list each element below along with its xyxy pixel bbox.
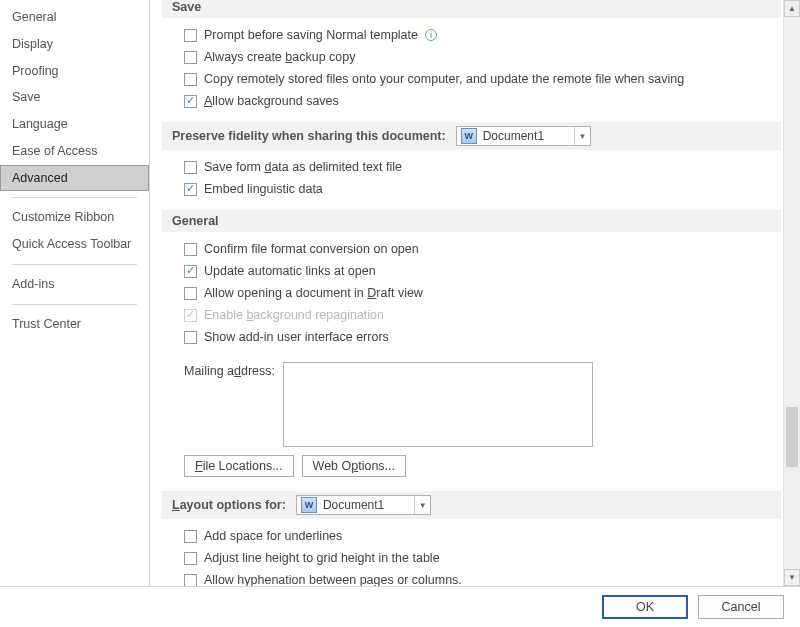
chevron-down-icon: ▼ — [414, 496, 430, 514]
section-header-save: Save — [162, 0, 781, 18]
sidebar-item-ease-of-access[interactable]: Ease of Access — [0, 138, 149, 165]
info-icon[interactable]: i — [425, 29, 437, 41]
chevron-down-icon: ▼ — [574, 127, 590, 145]
sidebar-item-customize-ribbon[interactable]: Customize Ribbon — [0, 204, 149, 231]
file-locations-button[interactable]: File Locations... — [184, 455, 294, 477]
checkbox-label: Enable background repagination — [204, 306, 384, 324]
sidebar-item-language[interactable]: Language — [0, 111, 149, 138]
sidebar-divider — [12, 264, 137, 265]
sidebar-item-add-ins[interactable]: Add-ins — [0, 271, 149, 298]
section-header-general: General — [162, 210, 781, 232]
sidebar-item-display[interactable]: Display — [0, 31, 149, 58]
checkbox-label: Confirm file format conversion on open — [204, 240, 419, 258]
word-document-icon — [301, 497, 317, 513]
section-header-layout-options: Layout options for: Document1 ▼ — [162, 491, 781, 519]
options-sidebar: General Display Proofing Save Language E… — [0, 0, 150, 586]
sidebar-divider — [12, 197, 137, 198]
checkbox-label: Allow opening a document in Draft view — [204, 284, 423, 302]
sidebar-item-save[interactable]: Save — [0, 84, 149, 111]
dropdown-value: Document1 — [321, 498, 414, 512]
ok-button[interactable]: OK — [602, 595, 688, 619]
checkbox-background-repagination: ✓ — [184, 309, 197, 322]
section-title: Layout options for: — [172, 498, 286, 512]
dialog-footer: OK Cancel — [0, 587, 800, 627]
checkbox-label: Always create backup copy — [204, 48, 355, 66]
sidebar-item-quick-access-toolbar[interactable]: Quick Access Toolbar — [0, 231, 149, 258]
checkbox-label: Allow hyphenation between pages or colum… — [204, 571, 462, 586]
web-options-button[interactable]: Web Options... — [302, 455, 406, 477]
checkbox-update-auto-links[interactable]: ✓ — [184, 265, 197, 278]
preserve-fidelity-document-dropdown[interactable]: Document1 ▼ — [456, 126, 591, 146]
section-title: Save — [172, 0, 201, 14]
section-header-preserve-fidelity: Preserve fidelity when sharing this docu… — [162, 122, 781, 150]
checkbox-save-form-data[interactable] — [184, 161, 197, 174]
checkbox-background-saves[interactable]: ✓ — [184, 95, 197, 108]
section-title: General — [172, 214, 219, 228]
mailing-address-input[interactable] — [283, 362, 593, 447]
sidebar-item-general[interactable]: General — [0, 4, 149, 31]
checkbox-prompt-save-normal[interactable] — [184, 29, 197, 42]
sidebar-item-trust-center[interactable]: Trust Center — [0, 311, 149, 338]
checkbox-label: Adjust line height to grid height in the… — [204, 549, 440, 567]
scroll-up-button[interactable]: ▲ — [784, 0, 800, 17]
section-title: Preserve fidelity when sharing this docu… — [172, 129, 446, 143]
sidebar-item-proofing[interactable]: Proofing — [0, 58, 149, 85]
checkbox-embed-linguistic[interactable]: ✓ — [184, 183, 197, 196]
checkbox-label: Prompt before saving Normal template — [204, 26, 418, 44]
layout-options-document-dropdown[interactable]: Document1 ▼ — [296, 495, 431, 515]
word-document-icon — [461, 128, 477, 144]
options-content: Save Prompt before saving Normal templat… — [150, 0, 783, 586]
checkbox-label: Save form data as delimited text file — [204, 158, 402, 176]
checkbox-backup-copy[interactable] — [184, 51, 197, 64]
scroll-down-button[interactable]: ▼ — [784, 569, 800, 586]
dropdown-value: Document1 — [481, 129, 574, 143]
sidebar-item-advanced[interactable]: Advanced — [0, 165, 149, 192]
mailing-address-label: Mailing address: — [184, 362, 275, 378]
sidebar-divider — [12, 304, 137, 305]
checkbox-label: Add space for underlines — [204, 527, 342, 545]
cancel-button[interactable]: Cancel — [698, 595, 784, 619]
checkbox-space-underlines[interactable] — [184, 530, 197, 543]
scrollbar-thumb[interactable] — [786, 407, 798, 467]
checkbox-line-height-grid[interactable] — [184, 552, 197, 565]
checkbox-label: Show add-in user interface errors — [204, 328, 389, 346]
checkbox-label: Allow background saves — [204, 92, 339, 110]
checkbox-open-draft-view[interactable] — [184, 287, 197, 300]
checkbox-label: Update automatic links at open — [204, 262, 376, 280]
checkbox-label: Copy remotely stored files onto your com… — [204, 70, 684, 88]
scrollbar-track[interactable] — [784, 17, 800, 569]
vertical-scrollbar[interactable]: ▲ ▼ — [783, 0, 800, 586]
checkbox-hyphenation-pages[interactable] — [184, 574, 197, 587]
checkbox-copy-remote-files[interactable] — [184, 73, 197, 86]
checkbox-addin-ui-errors[interactable] — [184, 331, 197, 344]
checkbox-label: Embed linguistic data — [204, 180, 323, 198]
checkbox-confirm-file-format[interactable] — [184, 243, 197, 256]
